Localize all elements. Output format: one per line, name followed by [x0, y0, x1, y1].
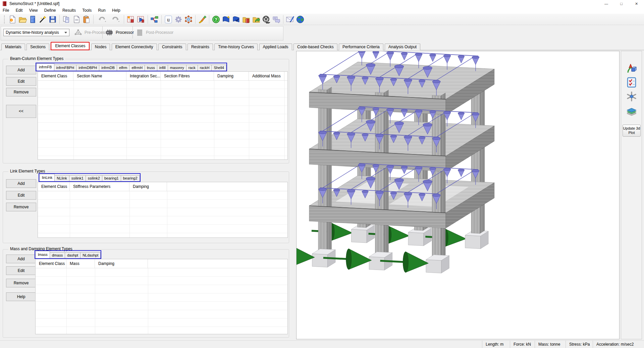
- minimize-button[interactable]: —: [599, 0, 614, 7]
- subtab-masonry[interactable]: masonry: [168, 65, 186, 71]
- web-icon[interactable]: [295, 15, 305, 24]
- maximize-button[interactable]: □: [614, 0, 629, 7]
- beam-column-edit-button[interactable]: Edit: [6, 77, 36, 86]
- beam-column-remove-button[interactable]: Remove: [6, 88, 36, 96]
- tab-element-connectivity[interactable]: Element Connectivity: [112, 44, 157, 50]
- subtab-rack[interactable]: rack: [186, 65, 198, 71]
- tab-applied-loads[interactable]: Applied Loads: [259, 44, 292, 50]
- mass-edit-button[interactable]: Edit: [6, 266, 36, 275]
- mass-table-body[interactable]: [36, 268, 287, 334]
- project-import-icon[interactable]: [241, 15, 251, 24]
- subtab-NLdashpt[interactable]: NLdashpt: [80, 252, 101, 258]
- help-icon[interactable]: ?: [211, 15, 221, 24]
- book-new-icon[interactable]: [221, 15, 231, 24]
- duplicate-icon[interactable]: [71, 15, 82, 24]
- subtab-linLink[interactable]: linLink: [40, 174, 55, 181]
- link-table-body[interactable]: [38, 191, 287, 237]
- paste-icon[interactable]: [82, 15, 92, 24]
- close-button[interactable]: ✕: [629, 0, 644, 7]
- menu-run[interactable]: Run: [96, 7, 108, 14]
- view-orientation-icon[interactable]: [626, 63, 637, 74]
- subtab-bearing1[interactable]: bearing1: [102, 175, 121, 181]
- menu-help[interactable]: Help: [109, 7, 123, 14]
- menu-results[interactable]: Results: [60, 7, 78, 14]
- post-processor-button[interactable]: Post-Processor: [135, 25, 173, 40]
- col-additional-mass[interactable]: Additional Mass: [249, 72, 284, 81]
- col-integration-sections[interactable]: Integration Sec...: [126, 72, 161, 81]
- link-remove-button[interactable]: Remove: [6, 203, 36, 211]
- subtab-truss[interactable]: truss: [145, 65, 157, 71]
- col-section-name[interactable]: Section Name: [73, 72, 126, 81]
- subtab-infill[interactable]: infill: [157, 65, 168, 71]
- subtab-ssilink2[interactable]: ssilink2: [86, 175, 102, 181]
- model-view-icon[interactable]: [183, 15, 194, 24]
- col-element-class[interactable]: Element Class: [38, 72, 73, 81]
- table-new-icon[interactable]: [126, 15, 136, 24]
- tab-restraints[interactable]: Restraints: [187, 44, 213, 50]
- link-edit-button[interactable]: Edit: [6, 191, 36, 200]
- menu-tools[interactable]: Tools: [79, 7, 94, 14]
- new-model-icon[interactable]: [7, 15, 17, 24]
- mail-icon[interactable]: [285, 15, 295, 24]
- brush-icon[interactable]: [197, 15, 207, 24]
- analysis-type-select[interactable]: Dynamic time-history analysis: [3, 29, 69, 36]
- subtab-bearing2[interactable]: bearing2: [121, 175, 140, 181]
- col-damping[interactable]: Damping: [214, 72, 249, 81]
- subtab-elfrm[interactable]: elfrm: [117, 65, 129, 71]
- processor-button[interactable]: Processor: [105, 25, 134, 40]
- col-mass[interactable]: Mass: [66, 259, 95, 268]
- menu-file[interactable]: File: [0, 7, 12, 14]
- settings-icon[interactable]: [173, 15, 183, 24]
- col-stiffness-parameters[interactable]: Stiffness Parameters: [70, 182, 129, 191]
- update-3d-plot-button[interactable]: Update 3d Plot: [623, 125, 641, 137]
- redo-icon[interactable]: [109, 15, 122, 24]
- menu-define[interactable]: Define: [42, 7, 59, 14]
- subtab-infrmFBPH[interactable]: infrmFBPH: [54, 65, 77, 71]
- tab-performance-criteria[interactable]: Performance Criteria: [339, 44, 383, 50]
- units-icon[interactable]: u: [163, 15, 173, 24]
- col-element-class[interactable]: Element Class: [36, 259, 66, 268]
- subtab-dmass[interactable]: dmass: [50, 252, 65, 258]
- subtab-infrmDB[interactable]: infrmDB: [99, 65, 117, 71]
- undo-icon[interactable]: [95, 15, 109, 24]
- tab-constraints[interactable]: Constraints: [158, 44, 186, 50]
- layers-icon[interactable]: [626, 106, 637, 118]
- menu-edit[interactable]: Edit: [13, 7, 25, 14]
- wizard-icon[interactable]: [38, 15, 48, 24]
- save-icon[interactable]: [48, 15, 58, 24]
- subtab-infrmDBPH[interactable]: infrmDBPH: [76, 65, 99, 71]
- copy-icon[interactable]: [61, 15, 71, 24]
- feedback-icon[interactable]: [271, 15, 281, 24]
- performance-criteria-icon[interactable]: [626, 77, 637, 88]
- tab-element-classes[interactable]: Element Classes: [51, 42, 90, 50]
- mass-add-button[interactable]: Add: [6, 255, 36, 263]
- table-run-icon[interactable]: [136, 15, 146, 24]
- subtab-infrmFB[interactable]: infrmFB: [37, 63, 54, 71]
- project-export-icon[interactable]: [251, 15, 261, 24]
- tab-analysis-output[interactable]: Analysis Output: [385, 44, 420, 50]
- subtab-Shell4[interactable]: Shell4: [211, 65, 226, 71]
- mass-remove-button[interactable]: Remove: [6, 279, 36, 287]
- tab-nodes[interactable]: Nodes: [91, 44, 110, 50]
- col-section-fibres[interactable]: Section Fibres: [161, 72, 214, 81]
- subtab-lmass[interactable]: lmass: [36, 251, 50, 258]
- video-icon[interactable]: [261, 15, 271, 24]
- tab-time-history-curves[interactable]: Time-history Curves: [214, 44, 258, 50]
- tab-materials[interactable]: Materials: [1, 44, 25, 50]
- subtab-elfrmH[interactable]: elfrmH: [129, 65, 145, 71]
- subtab-dashpt[interactable]: dashpt: [65, 252, 80, 258]
- building-view-icon[interactable]: [28, 15, 38, 24]
- link-add-button[interactable]: Add: [6, 179, 36, 188]
- subtab-NLlink[interactable]: NLlink: [54, 175, 69, 181]
- connectivity-icon[interactable]: [150, 15, 160, 24]
- open-model-icon[interactable]: [17, 15, 28, 24]
- col-element-class[interactable]: Element Class: [38, 182, 70, 191]
- menu-view[interactable]: View: [26, 7, 41, 14]
- beam-column-table-body[interactable]: [38, 81, 287, 159]
- col-damping[interactable]: Damping: [95, 259, 148, 268]
- mass-help-button[interactable]: Help: [6, 292, 36, 301]
- beam-column-collapse-button[interactable]: <<: [6, 105, 36, 118]
- axes-icon[interactable]: [626, 91, 637, 102]
- subtab-rackH[interactable]: rackH: [198, 65, 212, 71]
- tab-code-based-checks[interactable]: Code-based Checks: [293, 44, 337, 50]
